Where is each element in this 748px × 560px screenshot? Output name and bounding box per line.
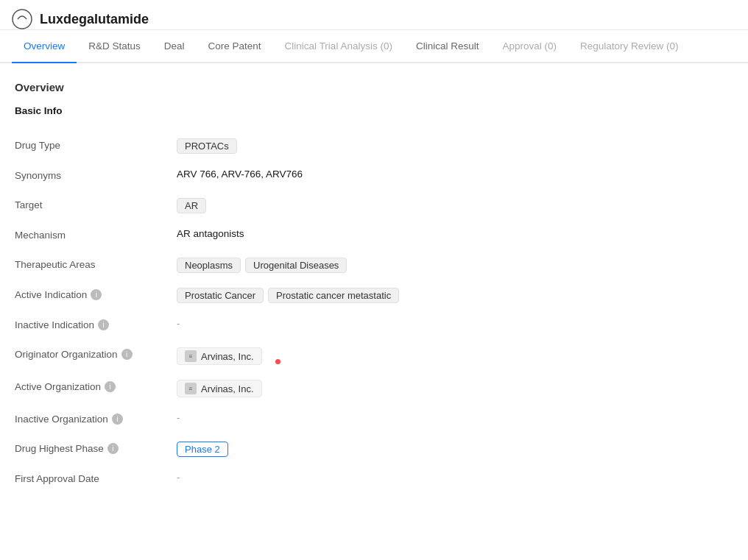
field-label-active-indication: Active Indicationi bbox=[15, 288, 177, 300]
org-tag-active-org: ≡Arvinas, Inc. bbox=[177, 380, 262, 397]
red-dot bbox=[275, 359, 280, 364]
field-value-first-approval-date: - bbox=[177, 472, 733, 483]
field-row-therapeutic-areas: Therapeutic AreasNeoplasmsUrogenital Dis… bbox=[15, 250, 733, 280]
tab-deal[interactable]: Deal bbox=[152, 30, 197, 63]
field-value-synonyms: ARV 766, ARV-766, ARV766 bbox=[177, 169, 733, 180]
field-row-originator-org: Originator Organizationi≡Arvinas, Inc. bbox=[15, 340, 733, 372]
tab-overview[interactable]: Overview bbox=[12, 30, 77, 63]
field-label-inactive-indication: Inactive Indicationi bbox=[15, 318, 177, 330]
field-label-drug-type: Drug Type bbox=[15, 138, 177, 151]
tab-core-patent[interactable]: Core Patent bbox=[197, 30, 273, 63]
field-value-drug-highest-phase: Phase 2 bbox=[177, 442, 733, 457]
field-label-target: Target bbox=[15, 198, 177, 210]
field-row-drug-type: Drug TypePROTACs bbox=[15, 131, 733, 161]
overview-content: Overview Basic Info Drug TypePROTACsSyno… bbox=[0, 63, 748, 511]
field-label-synonyms: Synonyms bbox=[15, 169, 177, 181]
pill-icon bbox=[12, 9, 32, 29]
tag-ar: AR bbox=[177, 198, 206, 213]
org-label: Arvinas, Inc. bbox=[201, 383, 254, 394]
tabs-bar: OverviewR&D StatusDealCore PatentClinica… bbox=[0, 30, 748, 63]
field-value-target: AR bbox=[177, 198, 733, 213]
tag-protacs: PROTACs bbox=[177, 138, 237, 154]
field-value-drug-type: PROTACs bbox=[177, 138, 733, 154]
field-label-inactive-org: Inactive Organizationi bbox=[15, 412, 177, 425]
fields-container: Drug TypePROTACsSynonymsARV 766, ARV-766… bbox=[15, 131, 733, 494]
info-icon-drug-highest-phase[interactable]: i bbox=[107, 443, 119, 454]
field-value-active-indication: Prostatic CancerProstatic cancer metasta… bbox=[177, 288, 733, 303]
org-icon: ≡ bbox=[185, 350, 197, 362]
field-row-target: TargetAR bbox=[15, 191, 733, 221]
org-tag-originator-org: ≡Arvinas, Inc. bbox=[177, 347, 262, 365]
app-title: Luxdegalutamide bbox=[40, 12, 149, 27]
tag-prostatic-cancer-metastatic: Prostatic cancer metastatic bbox=[268, 288, 399, 303]
field-value-inactive-indication: - bbox=[177, 318, 733, 329]
tab-rd-status[interactable]: R&D Status bbox=[77, 30, 152, 63]
dash-value: - bbox=[177, 472, 180, 483]
tab-regulatory-review[interactable]: Regulatory Review (0) bbox=[568, 30, 691, 63]
field-row-drug-highest-phase: Drug Highest PhaseiPhase 2 bbox=[15, 434, 733, 464]
info-icon-active-indication[interactable]: i bbox=[91, 289, 102, 300]
tag-neoplasms: Neoplasms bbox=[177, 258, 241, 273]
field-value-mechanism: AR antagonists bbox=[177, 228, 733, 239]
svg-point-0 bbox=[13, 10, 32, 29]
field-label-therapeutic-areas: Therapeutic Areas bbox=[15, 258, 177, 270]
tab-clinical-result[interactable]: Clinical Result bbox=[404, 30, 491, 63]
header: Luxdegalutamide bbox=[0, 0, 748, 30]
dash-value: - bbox=[177, 412, 180, 423]
field-value-inactive-org: - bbox=[177, 412, 733, 423]
field-row-first-approval-date: First Approval Date- bbox=[15, 464, 733, 494]
org-label: Arvinas, Inc. bbox=[201, 351, 254, 362]
field-label-first-approval-date: First Approval Date bbox=[15, 472, 177, 484]
field-value-originator-org: ≡Arvinas, Inc. bbox=[177, 347, 733, 365]
dash-value: - bbox=[177, 318, 180, 329]
info-icon-inactive-indication[interactable]: i bbox=[98, 319, 109, 330]
field-label-active-org: Active Organizationi bbox=[15, 380, 177, 392]
org-icon: ≡ bbox=[185, 383, 197, 394]
tag-urogenital-diseases: Urogenital Diseases bbox=[245, 258, 347, 273]
tag-prostatic-cancer: Prostatic Cancer bbox=[177, 288, 264, 303]
tab-clinical-trial[interactable]: Clinical Trial Analysis (0) bbox=[273, 30, 404, 63]
section-title: Overview bbox=[15, 81, 733, 93]
field-row-active-org: Active Organizationi≡Arvinas, Inc. bbox=[15, 372, 733, 405]
tag-outline-drug-highest-phase: Phase 2 bbox=[177, 442, 228, 457]
field-value-active-org: ≡Arvinas, Inc. bbox=[177, 380, 733, 397]
field-row-active-indication: Active IndicationiProstatic CancerProsta… bbox=[15, 280, 733, 311]
field-label-originator-org: Originator Organizationi bbox=[15, 347, 177, 360]
field-label-drug-highest-phase: Drug Highest Phasei bbox=[15, 442, 177, 454]
field-row-inactive-org: Inactive Organizationi- bbox=[15, 405, 733, 434]
field-value-therapeutic-areas: NeoplasmsUrogenital Diseases bbox=[177, 258, 733, 273]
info-icon-inactive-org[interactable]: i bbox=[112, 414, 123, 425]
field-row-mechanism: MechanismAR antagonists bbox=[15, 221, 733, 250]
info-icon-originator-org[interactable]: i bbox=[121, 349, 133, 360]
text-value-mechanism: AR antagonists bbox=[177, 228, 244, 239]
field-label-mechanism: Mechanism bbox=[15, 228, 177, 241]
subsection-title: Basic Info bbox=[15, 105, 733, 116]
text-value-synonyms: ARV 766, ARV-766, ARV766 bbox=[177, 169, 303, 180]
field-row-synonyms: SynonymsARV 766, ARV-766, ARV766 bbox=[15, 161, 733, 191]
field-row-inactive-indication: Inactive Indicationi- bbox=[15, 311, 733, 340]
tab-approval[interactable]: Approval (0) bbox=[490, 30, 568, 63]
info-icon-active-org[interactable]: i bbox=[105, 381, 116, 392]
